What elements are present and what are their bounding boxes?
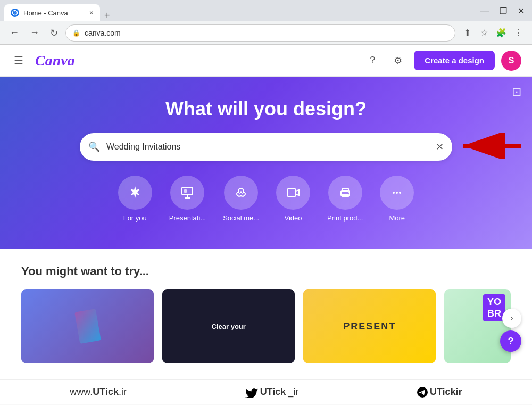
canva-header: ☰ Canva ? ⚙ Create a design S [0,45,532,77]
category-more[interactable]: More [380,176,414,222]
forward-button[interactable]: → [27,25,43,40]
print-icon [328,176,362,210]
suggestions-title: You might want to try... [21,265,511,278]
back-button[interactable]: ← [6,25,22,40]
address-bar[interactable]: 🔒 canva.com [65,24,455,42]
svg-rect-3 [182,187,193,195]
print-label: Print prod... [327,214,363,222]
toolbar-actions: ⬆ ☆ 🧩 ⋮ [460,26,526,40]
canva-main: ⊡ What will you design? 🔍 ✕ [0,77,532,405]
new-tab-button[interactable]: + [100,10,114,21]
hamburger-menu-button[interactable]: ☰ [11,51,27,70]
browser-titlebar: Home - Canva × + — ❐ ✕ [0,0,532,21]
more-icon [380,176,414,210]
window-controls: — ❐ ✕ [477,4,528,18]
category-print[interactable]: Print prod... [327,176,363,222]
maximize-button[interactable]: ❐ [496,4,510,18]
lock-icon: 🔒 [72,29,80,37]
svg-point-13 [393,192,395,194]
suggestion-card-1[interactable]: TRY [21,289,154,363]
social-media-label: Social me... [223,214,259,222]
canva-app: ☰ Canva ? ⚙ Create a design S ⊡ What wil… [0,45,532,405]
browser-toolbar: ← → ↻ 🔒 canva.com ⬆ ☆ 🧩 ⋮ [0,21,532,45]
suggestion-card-3[interactable]: PRESENT [303,289,436,363]
category-social-media[interactable]: Social me... [223,176,259,222]
extensions-button[interactable]: 🧩 [494,26,509,40]
red-arrow [458,133,527,161]
url-text: canva.com [85,29,121,37]
presentation-label: Presentati... [169,214,206,222]
header-actions: ? ⚙ Create a design S [363,51,521,71]
share-button[interactable]: ⬆ [460,26,475,40]
svg-point-12 [348,192,349,193]
svg-rect-7 [287,189,296,196]
svg-point-0 [13,11,18,15]
video-label: Video [285,214,302,222]
svg-point-14 [396,192,398,194]
canva-logo: Canva [35,52,354,69]
bookmark-button[interactable]: ☆ [477,26,492,40]
tab-close-button[interactable]: × [89,9,94,17]
crop-icon[interactable]: ⊡ [512,85,521,99]
hero-title: What will you design? [165,98,367,120]
watermark-site3: UTickir [417,386,462,398]
active-tab[interactable]: Home - Canva × [4,4,100,21]
category-video[interactable]: Video [276,176,310,222]
for-you-label: For you [123,214,147,222]
scroll-right-button[interactable]: › [502,309,521,328]
create-design-button[interactable]: Create a design [414,51,495,70]
category-presentation[interactable]: Presentati... [169,176,206,222]
reload-button[interactable]: ↻ [47,25,61,41]
user-avatar[interactable]: S [501,51,521,71]
more-label: More [389,214,405,222]
category-row: For you Presentati... [118,176,414,222]
svg-point-15 [399,192,401,194]
browser-menu-button[interactable]: ⋮ [511,26,526,40]
tab-title: Home - Canva [23,9,68,17]
watermark-site2: UTick_ir [245,386,299,398]
presentation-icon [170,176,204,210]
suggestion-card-2[interactable]: Clear your [162,289,295,363]
watermark-site1: www.UTick.ir [70,386,127,398]
browser-frame: Home - Canva × + — ❐ ✕ ← → ↻ 🔒 canva.com… [0,0,532,405]
category-for-you[interactable]: For you [118,176,152,222]
social-media-icon [224,176,258,210]
help-button[interactable]: ? [363,51,382,70]
search-clear-button[interactable]: ✕ [436,141,444,153]
svg-marker-8 [296,190,299,195]
close-button[interactable]: ✕ [514,4,528,18]
search-bar: 🔍 ✕ [80,133,452,161]
browser-tabs: Home - Canva × + [4,0,114,21]
search-input[interactable] [106,142,429,152]
search-icon: 🔍 [88,141,100,153]
watermark-bar: www.UTick.ir UTick_ir UTickir [0,379,532,404]
settings-button[interactable]: ⚙ [388,51,408,70]
video-icon [276,176,310,210]
hero-section: ⊡ What will you design? 🔍 ✕ [0,77,532,249]
svg-rect-6 [184,189,187,193]
suggestions-section: You might want to try... TRY Clear your [0,249,532,379]
help-float-button[interactable]: ? [500,330,521,352]
minimize-button[interactable]: — [477,4,492,18]
for-you-icon [118,176,152,210]
tab-favicon [11,9,19,17]
suggestions-grid: TRY Clear your PRESENT [21,289,511,363]
suggestion-card-4[interactable]: YO BR [444,289,511,363]
